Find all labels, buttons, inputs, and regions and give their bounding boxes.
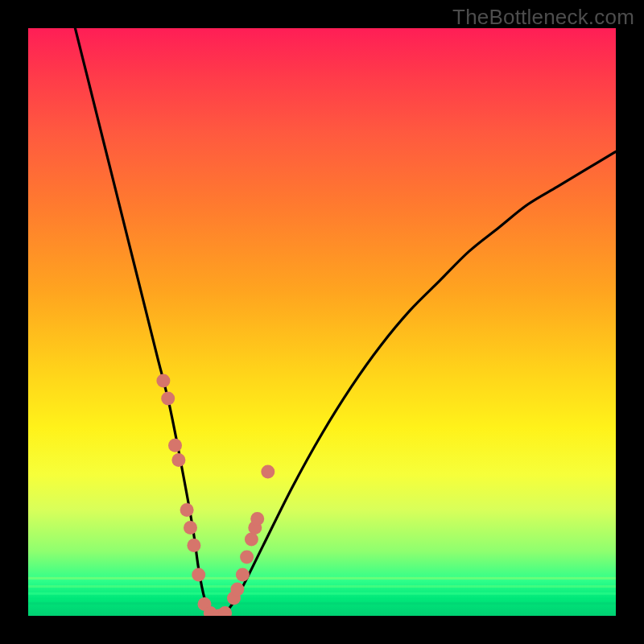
marker-point xyxy=(230,583,244,597)
marker-point xyxy=(168,439,182,452)
bottom-bands xyxy=(28,577,616,605)
marker-point xyxy=(184,521,197,535)
marker-point xyxy=(161,391,175,405)
svg-rect-0 xyxy=(28,602,616,605)
watermark-text: TheBottleneck.com xyxy=(452,5,634,30)
svg-rect-4 xyxy=(28,577,616,580)
curve-layer xyxy=(28,28,616,616)
marker-point xyxy=(180,503,194,517)
marker-point xyxy=(261,465,275,479)
svg-rect-3 xyxy=(28,585,616,588)
marker-point xyxy=(187,539,200,552)
bottleneck-curve xyxy=(75,28,616,616)
plot-area xyxy=(28,28,616,616)
marker-point xyxy=(156,374,170,388)
marker-point xyxy=(171,453,185,467)
marker-point xyxy=(240,551,254,564)
svg-rect-1 xyxy=(28,598,616,601)
highlight-markers xyxy=(156,374,275,617)
marker-point xyxy=(192,568,205,581)
marker-point xyxy=(245,533,258,547)
chart-frame: TheBottleneck.com xyxy=(0,0,644,644)
marker-point xyxy=(250,512,264,526)
marker-point xyxy=(236,568,250,581)
svg-rect-2 xyxy=(28,592,616,595)
